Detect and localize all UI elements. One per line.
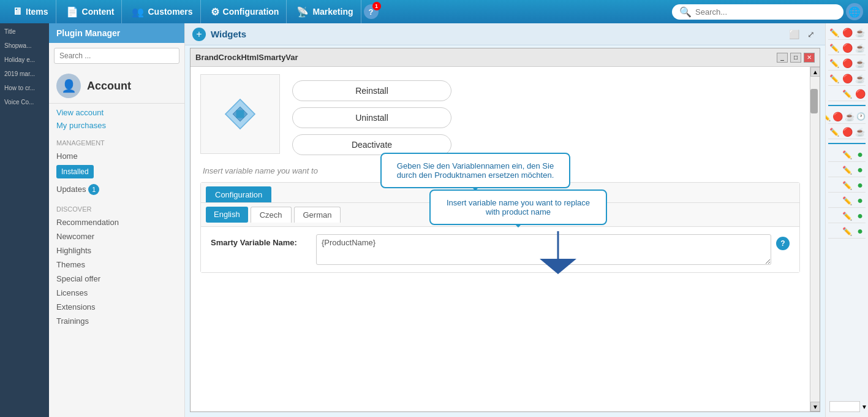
deactivate-button[interactable]: Deactivate (292, 134, 451, 155)
scrollbar-down-button[interactable]: ▼ (810, 402, 820, 411)
window-scrollbar[interactable]: ▲ ▼ (810, 67, 820, 411)
edit-icon-12[interactable]: ✏️ (842, 210, 853, 221)
globe-button[interactable]: 🌐 (846, 3, 863, 20)
plugin-actions: Reinstall Uninstall Deactivate (292, 74, 800, 155)
updates-link[interactable]: Updates (56, 182, 86, 196)
edit-icon-6[interactable]: ✏️ (825, 111, 831, 122)
nav-configuration[interactable]: ⚙ Configuration (203, 0, 287, 23)
right-row-1: ✏️ 🔴 ☕ (828, 26, 866, 40)
arrow-down-indicator (534, 231, 583, 277)
add-icon-12[interactable]: ● (855, 210, 866, 221)
action-icon-1[interactable]: ☕ (855, 27, 866, 38)
action-icon-4[interactable]: ☕ (855, 73, 866, 84)
smarty-label: Smarty Variable Name: (211, 234, 309, 247)
widget-minimize-icon[interactable]: ⬜ (787, 28, 801, 41)
action-icon-3[interactable]: ☕ (855, 58, 866, 69)
tab-configuration[interactable]: Configuration (206, 186, 271, 202)
special-offer-link[interactable]: Special offer (56, 272, 177, 286)
edit-icon-10[interactable]: ✏️ (842, 180, 853, 191)
home-link[interactable]: Home (56, 149, 177, 163)
left-item-title[interactable]: Title (0, 25, 49, 39)
widgets-title: Widgets (211, 29, 246, 39)
edit-icon-2[interactable]: ✏️ (829, 42, 840, 53)
trainings-link[interactable]: Trainings (56, 314, 177, 328)
left-item-voice[interactable]: Voice Co... (0, 95, 49, 109)
view-account-link[interactable]: View account (56, 106, 177, 119)
nav-content[interactable]: 📄 Content (59, 0, 123, 23)
widgets-add-button[interactable]: + (192, 28, 206, 41)
widget-expand-icon[interactable]: ⤢ (804, 28, 818, 41)
add-icon-11[interactable]: ● (855, 195, 866, 206)
left-item-shopware[interactable]: Shopwa... (0, 39, 49, 53)
lang-tab-german[interactable]: German (294, 207, 341, 223)
nav-customers[interactable]: 👥 Customers (124, 0, 200, 23)
clock-icon-6[interactable]: 🕐 (856, 111, 866, 122)
left-item-howto[interactable]: How to cr... (0, 81, 49, 95)
action-icon-7[interactable]: ☕ (855, 126, 866, 137)
customers-icon: 👥 (132, 6, 144, 18)
edit-icon-8[interactable]: ✏️ (842, 149, 853, 160)
window-close-button[interactable]: ✕ (804, 53, 815, 63)
delete-icon-7[interactable]: 🔴 (842, 126, 853, 137)
action-icon-6[interactable]: ☕ (845, 111, 855, 122)
search-input[interactable] (695, 7, 836, 17)
right-row-8: ✏️ ● (828, 148, 866, 162)
themes-link[interactable]: Themes (56, 258, 177, 272)
action-icon-2[interactable]: ☕ (855, 42, 866, 53)
plugin-manager-sidebar: Plugin Manager 👤 Account View account My… (49, 23, 185, 417)
delete-icon-4[interactable]: 🔴 (842, 73, 853, 84)
page-count-input[interactable]: 20000 (829, 401, 860, 412)
add-icon-8[interactable]: ● (855, 149, 866, 160)
recommendation-link[interactable]: Recommendation (56, 215, 177, 229)
right-row-3: ✏️ 🔴 ☕ (828, 56, 866, 71)
help-button[interactable]: ? 1 (364, 4, 379, 19)
highlights-link[interactable]: Highlights (56, 243, 177, 258)
edit-icon-9[interactable]: ✏️ (842, 164, 853, 175)
uninstall-button[interactable]: Uninstall (292, 107, 451, 128)
delete-icon-3[interactable]: 🔴 (842, 58, 853, 69)
page-count-dropdown-icon[interactable]: ▼ (861, 404, 867, 410)
left-item-marketing[interactable]: 2019 mar... (0, 67, 49, 81)
left-item-holiday[interactable]: Holiday e... (0, 53, 49, 67)
window-minimize-button[interactable]: _ (777, 53, 788, 63)
installed-link[interactable]: Installed (56, 165, 94, 178)
my-purchases-link[interactable]: My purchases (56, 119, 177, 132)
svg-marker-1 (540, 259, 576, 274)
add-icon-10[interactable]: ● (855, 180, 866, 191)
window-body: Reinstall Uninstall Deactivate Geben Sie… (191, 67, 820, 411)
lang-tab-english[interactable]: English (206, 207, 248, 223)
plugin-icon-svg (216, 90, 265, 139)
add-icon-9[interactable]: ● (855, 164, 866, 175)
management-section: Management Home Installed Updates 1 (49, 134, 184, 201)
delete-icon-2[interactable]: 🔴 (842, 42, 853, 53)
newcomer-link[interactable]: Newcomer (56, 229, 177, 243)
edit-icon-4[interactable]: ✏️ (829, 73, 840, 84)
right-panel-divider-2 (828, 143, 866, 144)
scrollbar-thumb[interactable] (810, 89, 818, 113)
nav-items[interactable]: 🖥 Items (5, 0, 56, 23)
scrollbar-up-button[interactable]: ▲ (810, 67, 820, 77)
edit-icon-7[interactable]: ✏️ (829, 126, 840, 137)
notification-badge: 1 (372, 2, 381, 10)
discover-label: Discover (56, 205, 177, 213)
window-titlebar: BrandCrockHtmlSmartyVar _ □ ✕ (191, 48, 820, 67)
add-icon-13[interactable]: ● (855, 226, 866, 237)
smarty-help-icon[interactable]: ? (776, 237, 790, 250)
delete-icon-6[interactable]: 🔴 (832, 111, 843, 122)
window-main-content: Reinstall Uninstall Deactivate Geben Sie… (191, 67, 810, 411)
lang-tab-czech[interactable]: Czech (251, 207, 292, 223)
licenses-link[interactable]: Licenses (56, 286, 177, 300)
delete-icon-5[interactable]: 🔴 (855, 88, 866, 99)
edit-icon-5[interactable]: ✏️ (842, 88, 853, 99)
edit-icon-3[interactable]: ✏️ (829, 58, 840, 69)
plugin-search-input[interactable] (54, 48, 179, 64)
edit-icon-11[interactable]: ✏️ (842, 195, 853, 206)
edit-icon-1[interactable]: ✏️ (829, 27, 840, 38)
nav-marketing[interactable]: 📡 Marketing (289, 0, 361, 23)
reinstall-button[interactable]: Reinstall (292, 80, 451, 101)
delete-icon-1[interactable]: 🔴 (842, 27, 853, 38)
page-count-area: 20000 ▼ (828, 399, 866, 415)
window-restore-button[interactable]: □ (790, 53, 801, 63)
extensions-link[interactable]: Extensions (56, 300, 177, 314)
edit-icon-13[interactable]: ✏️ (842, 226, 853, 237)
